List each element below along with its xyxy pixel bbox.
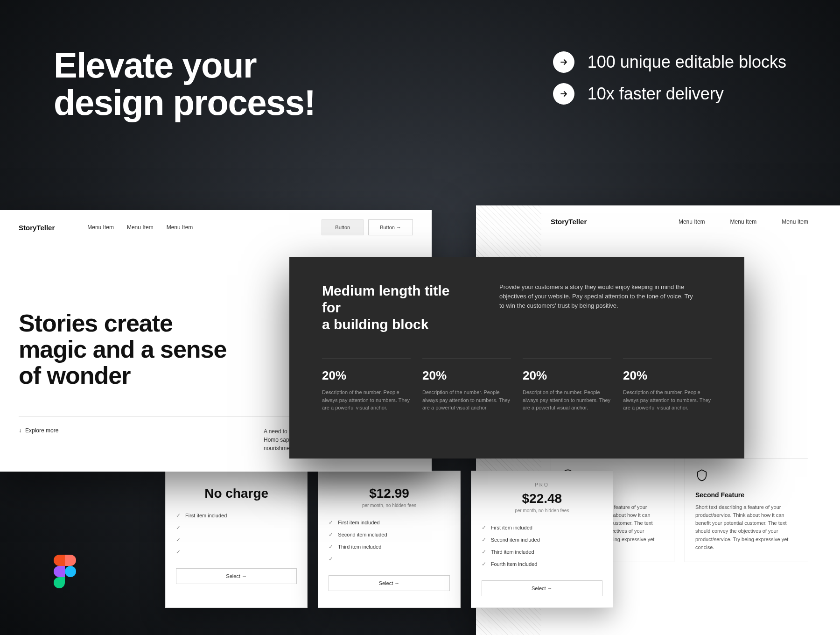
button-primary[interactable]: Button xyxy=(322,219,364,235)
price-value: $12.99 xyxy=(329,486,449,501)
stat-value: 20% xyxy=(623,368,712,383)
stat-item: 20% Description of the number. People al… xyxy=(422,359,511,412)
nav-bar: StoryTeller Menu Item Menu Item Menu Ite… xyxy=(476,205,840,238)
price-sub: per month, no hidden fees xyxy=(329,503,449,508)
list-item: ✓Third item included xyxy=(482,546,602,558)
list-item: ✓First item included xyxy=(482,522,602,534)
list-item: ✓Fourth item included xyxy=(482,558,602,570)
stat-item: 20% Description of the number. People al… xyxy=(523,359,611,412)
price-card-mid: $12.99 per month, no hidden fees ✓First … xyxy=(318,471,460,608)
price-items: ✓First item included ✓Second item includ… xyxy=(482,522,602,570)
hero-title: Elevate your design process! xyxy=(54,47,315,121)
check-icon: ✓ xyxy=(329,543,333,550)
menu-item[interactable]: Menu Item xyxy=(87,224,114,231)
check-icon: ✓ xyxy=(482,524,486,531)
arrow-down-icon: ↓ xyxy=(19,427,21,434)
preview-card-dark: Medium length title for a building block… xyxy=(289,257,744,459)
check-icon: ✓ xyxy=(482,561,486,567)
price-sub: per month, no hidden fees xyxy=(482,508,602,513)
menu: Menu Item Menu Item Menu Item xyxy=(679,219,821,225)
stats-row: 20% Description of the number. People al… xyxy=(322,359,712,412)
stat-desc: Description of the number. People always… xyxy=(523,388,611,412)
stat-value: 20% xyxy=(322,368,411,383)
stat-desc: Description of the number. People always… xyxy=(623,388,712,412)
list-item: ✓ xyxy=(176,546,297,558)
brand-logo: StoryTeller xyxy=(19,224,55,232)
figma-logo-icon xyxy=(54,555,76,588)
feature-desc: Short text describing a feature of your … xyxy=(695,503,798,551)
bullet-text: 100 unique editable blocks xyxy=(588,52,786,72)
menu-item[interactable]: Menu Item xyxy=(127,224,154,231)
stat-item: 20% Description of the number. People al… xyxy=(322,359,411,412)
menu-item[interactable]: Menu Item xyxy=(679,219,705,225)
hero-bullets: 100 unique editable blocks 10x faster de… xyxy=(553,47,786,121)
select-button[interactable]: Select → xyxy=(329,575,449,591)
shield-icon xyxy=(695,469,708,482)
feature-title: Second Feature xyxy=(695,491,798,499)
price-value: No charge xyxy=(176,486,297,501)
select-button[interactable]: Select → xyxy=(482,580,602,596)
check-icon: ✓ xyxy=(329,531,333,538)
arrow-right-icon xyxy=(553,51,574,73)
stat-item: 20% Description of the number. People al… xyxy=(623,359,712,412)
check-icon: ✓ xyxy=(329,519,333,526)
header-row: Medium length title for a building block… xyxy=(322,282,712,333)
bullet-row: 100 unique editable blocks xyxy=(553,51,786,73)
explore-link[interactable]: ↓ Explore more xyxy=(19,427,58,434)
pricing-row: No charge ✓First item included ✓ ✓ ✓ Sel… xyxy=(165,471,613,608)
list-item: ✓First item included xyxy=(176,509,297,522)
block-title: Medium length title for a building block xyxy=(322,282,471,333)
hero: Elevate your design process! 100 unique … xyxy=(54,47,786,121)
button-secondary[interactable]: Button → xyxy=(368,219,413,235)
nav-bar: StoryTeller Menu Item Menu Item Menu Ite… xyxy=(0,210,432,245)
check-icon: ✓ xyxy=(176,536,181,543)
price-card-free: No charge ✓First item included ✓ ✓ ✓ Sel… xyxy=(165,471,308,608)
select-button[interactable]: Select → xyxy=(176,568,297,584)
menu-item[interactable]: Menu Item xyxy=(167,224,193,231)
menu-item[interactable]: Menu Item xyxy=(782,219,808,225)
list-item: ✓First item included xyxy=(329,516,449,529)
check-icon: ✓ xyxy=(176,524,181,531)
check-icon: ✓ xyxy=(329,556,333,562)
check-icon: ✓ xyxy=(482,536,486,543)
feature-card: Second Feature Short text describing a f… xyxy=(685,458,808,562)
list-item: ✓ xyxy=(176,522,297,534)
menu-item[interactable]: Menu Item xyxy=(730,219,757,225)
arrow-right-icon xyxy=(553,83,574,105)
hero-title-line-2: design process! xyxy=(54,84,315,121)
stat-value: 20% xyxy=(422,368,511,383)
list-item: ✓Third item included xyxy=(329,541,449,553)
block-desc: Provide your customers a story they woul… xyxy=(499,282,695,333)
brand-logo: StoryTeller xyxy=(551,218,587,226)
stat-value: 20% xyxy=(523,368,611,383)
list-item: ✓ xyxy=(176,534,297,546)
check-icon: ✓ xyxy=(176,549,181,555)
check-icon: ✓ xyxy=(176,512,181,519)
price-card-pro: PRO $22.48 per month, no hidden fees ✓Fi… xyxy=(471,471,613,608)
price-tier: PRO xyxy=(482,482,602,487)
price-items: ✓First item included ✓Second item includ… xyxy=(329,516,449,565)
price-value: $22.48 xyxy=(482,491,602,506)
price-items: ✓First item included ✓ ✓ ✓ xyxy=(176,509,297,558)
list-item: ✓Second item included xyxy=(329,529,449,541)
nav-buttons: Button Button → xyxy=(322,219,413,235)
hero-title-line-1: Elevate your xyxy=(54,47,315,84)
bullet-row: 10x faster delivery xyxy=(553,83,786,105)
stat-desc: Description of the number. People always… xyxy=(322,388,411,412)
check-icon: ✓ xyxy=(482,549,486,555)
bullet-text: 10x faster delivery xyxy=(588,84,724,104)
list-item: ✓ xyxy=(329,553,449,565)
stat-desc: Description of the number. People always… xyxy=(422,388,511,412)
list-item: ✓Second item included xyxy=(482,534,602,546)
